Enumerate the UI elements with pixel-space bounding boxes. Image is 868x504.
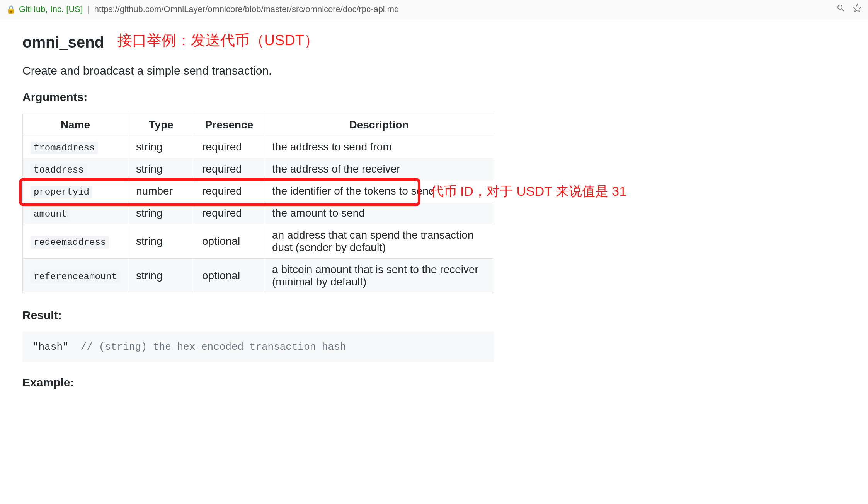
arg-presence: required xyxy=(194,202,264,224)
arg-description: the amount to send xyxy=(264,202,494,224)
arguments-table: Name Type Presence Description fromaddre… xyxy=(22,114,494,293)
arg-name: propertyid xyxy=(31,186,92,198)
arg-type: string xyxy=(128,202,194,224)
site-identity: GitHub, Inc. [US] xyxy=(19,4,83,14)
table-header-row: Name Type Presence Description xyxy=(23,114,494,136)
arg-presence: optional xyxy=(194,224,264,259)
url-separator: | xyxy=(87,4,90,14)
api-description: Create and broadcast a simple send trans… xyxy=(22,64,757,77)
result-value: "hash" xyxy=(32,341,69,353)
api-heading: omni_send xyxy=(22,34,104,53)
arg-name: amount xyxy=(31,208,70,220)
arg-name-cell: fromaddress xyxy=(23,136,128,158)
result-heading: Result: xyxy=(22,309,757,322)
table-row: toaddressstringrequiredthe address of th… xyxy=(23,158,494,180)
arg-name: toaddress xyxy=(31,164,87,176)
arg-name: fromaddress xyxy=(31,142,98,154)
arg-presence: required xyxy=(194,158,264,180)
arg-name: referenceamount xyxy=(31,270,120,283)
arg-name-cell: referenceamount xyxy=(23,259,128,293)
col-description: Description xyxy=(264,114,494,136)
arg-type: string xyxy=(128,136,194,158)
table-row: referenceamountstringoptionala bitcoin a… xyxy=(23,259,494,293)
arg-description: the address of the receiver xyxy=(264,158,494,180)
table-row: redeemaddressstringoptionalan address th… xyxy=(23,224,494,259)
arg-name-cell: redeemaddress xyxy=(23,224,128,259)
arg-type: number xyxy=(128,180,194,202)
arg-name-cell: amount xyxy=(23,202,128,224)
zoom-icon[interactable] xyxy=(836,3,846,15)
arg-name-cell: toaddress xyxy=(23,158,128,180)
arg-type: string xyxy=(128,158,194,180)
arg-presence: optional xyxy=(194,259,264,293)
browser-address-bar: 🔒 GitHub, Inc. [US] | https://github.com… xyxy=(0,0,868,19)
arg-type: string xyxy=(128,259,194,293)
example-heading: Example: xyxy=(22,376,757,389)
star-icon[interactable] xyxy=(853,3,862,15)
table-row: amountstringrequiredthe amount to send xyxy=(23,202,494,224)
arg-type: string xyxy=(128,224,194,259)
heading-annotation: 接口举例：发送代币（USDT） xyxy=(117,31,319,50)
col-presence: Presence xyxy=(194,114,264,136)
lock-icon: 🔒 xyxy=(6,5,16,14)
table-row: propertyidnumberrequiredthe identifier o… xyxy=(23,180,494,202)
page-url[interactable]: https://github.com/OmniLayer/omnicore/bl… xyxy=(94,4,833,14)
result-code-block: "hash" // (string) the hex-encoded trans… xyxy=(22,332,494,362)
arg-presence: required xyxy=(194,180,264,202)
col-name: Name xyxy=(23,114,128,136)
arguments-heading: Arguments: xyxy=(22,91,757,104)
row-annotation: 代币 ID，对于 USDT 来说值是 31 xyxy=(431,183,627,200)
result-comment: // (string) the hex-encoded transaction … xyxy=(81,341,346,353)
arg-name-cell: propertyid xyxy=(23,180,128,202)
table-row: fromaddressstringrequiredthe address to … xyxy=(23,136,494,158)
arg-name: redeemaddress xyxy=(31,236,109,249)
col-type: Type xyxy=(128,114,194,136)
arg-description: the address to send from xyxy=(264,136,494,158)
arg-description: a bitcoin amount that is sent to the rec… xyxy=(264,259,494,293)
arg-description: an address that can spend the transactio… xyxy=(264,224,494,259)
arg-presence: required xyxy=(194,136,264,158)
